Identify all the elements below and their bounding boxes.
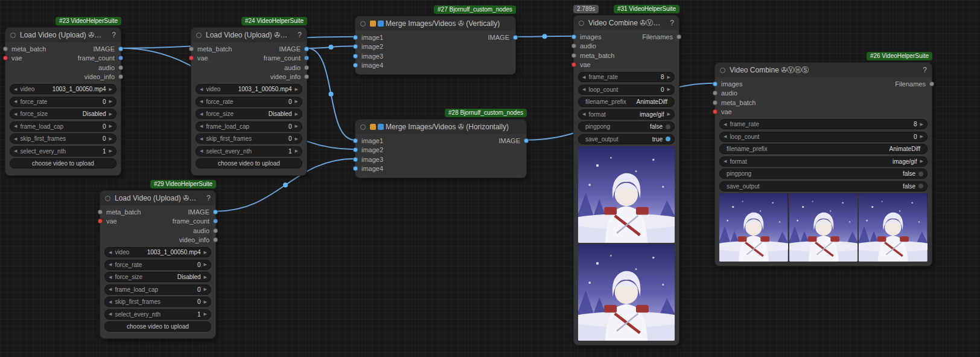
input-slot-dot[interactable] [713,100,718,105]
decrement-arrow[interactable]: ◀ [14,137,17,141]
input-slot-dot[interactable] [353,157,358,162]
increment-arrow[interactable]: ▶ [204,300,207,304]
widget-save_output[interactable]: save_outputtrue [578,134,675,144]
increment-arrow[interactable]: ▶ [295,99,298,104]
toggle-indicator[interactable] [918,172,923,176]
decrement-arrow[interactable]: ◀ [200,87,203,92]
output-slot-dot[interactable] [304,65,309,70]
widget-frame_rate[interactable]: ◀frame_rate8▶ [578,72,675,82]
output-slot-dot[interactable] [513,35,518,40]
increment-arrow[interactable]: ▶ [295,137,298,141]
decrement-arrow[interactable]: ◀ [109,275,112,280]
decrement-arrow[interactable]: ◀ [200,149,203,153]
node-graph-canvas[interactable]: #23 VideoHelperSuiteLoad Video (Upload) … [0,0,980,357]
node-title-bar[interactable]: Load Video (Upload) ✇ⓋⒽⓈ? [100,191,215,205]
decrement-arrow[interactable]: ◀ [109,300,112,304]
output-slot-dot[interactable] [524,138,529,143]
increment-arrow[interactable]: ▶ [204,275,207,280]
widget-format[interactable]: ◀formatimage/gif▶ [719,156,928,167]
widget-pingpong[interactable]: pingpongfalse [578,121,675,132]
input-slot-dot[interactable] [98,219,103,224]
increment-arrow[interactable]: ▶ [920,122,923,127]
input-slot-dot[interactable] [98,210,103,214]
node-title-bar[interactable]: Merge Images/Videos ✇ (Horizontally) [355,120,526,134]
widget-force_size[interactable]: ◀force_sizeDisabled▶ [104,272,211,282]
node-load-video-24[interactable]: #24 VideoHelperSuiteLoad Video (Upload) … [191,27,307,176]
widget-frame_load_cap[interactable]: ◀frame_load_cap0▶ [196,121,302,132]
increment-arrow[interactable]: ▶ [109,87,112,92]
widget-filename_prefix[interactable]: filename_prefixAnimateDiff [719,144,928,154]
collapse-icon[interactable] [579,21,584,26]
increment-arrow[interactable]: ▶ [109,149,112,153]
decrement-arrow[interactable]: ◀ [109,262,112,267]
increment-arrow[interactable]: ▶ [667,112,670,117]
widget-select_every_nth[interactable]: ◀select_every_nth1▶ [196,146,302,156]
input-slot-dot[interactable] [353,147,358,152]
output-slot-dot[interactable] [213,228,218,233]
input-slot-dot[interactable] [713,91,718,95]
decrement-arrow[interactable]: ◀ [14,149,17,153]
output-slot-dot[interactable] [304,74,309,79]
increment-arrow[interactable]: ▶ [667,87,670,92]
widget-skip_first_frames[interactable]: ◀skip_first_frames0▶ [104,297,211,307]
widget-skip_first_frames[interactable]: ◀skip_first_frames0▶ [10,133,116,144]
input-slot-dot[interactable] [353,35,358,40]
input-slot-dot[interactable] [571,43,576,48]
help-icon[interactable]: ? [666,19,674,27]
node-load-video-23[interactable]: #23 VideoHelperSuiteLoad Video (Upload) … [5,27,121,176]
increment-arrow[interactable]: ▶ [295,124,298,129]
node-title-bar[interactable]: Merge Images/Videos ✇ (Vertically) [355,16,515,31]
input-slot-dot[interactable] [353,54,358,59]
node-merge-vertical-27[interactable]: #27 Bjornulf_custom_nodesMerge Images/Vi… [355,16,516,75]
output-slot-dot[interactable] [118,47,123,51]
widget-loop_count[interactable]: ◀loop_count0▶ [719,132,928,142]
input-slot-dot[interactable] [571,34,576,39]
node-merge-horizontal-28[interactable]: #28 Bjornulf_custom_nodesMerge Images/Vi… [355,119,527,178]
increment-arrow[interactable]: ▶ [204,250,207,255]
widget-loop_count[interactable]: ◀loop_count0▶ [578,85,675,95]
decrement-arrow[interactable]: ◀ [724,122,727,127]
increment-arrow[interactable]: ▶ [920,134,923,139]
node-title-bar[interactable]: Video Combine ✇ⓋⒽⓈ? [715,63,932,77]
decrement-arrow[interactable]: ◀ [582,87,585,92]
decrement-arrow[interactable]: ◀ [14,99,17,104]
widget-save_output[interactable]: save_outputfalse [719,181,928,191]
output-slot-dot[interactable] [676,34,681,39]
input-slot-dot[interactable] [713,82,718,86]
increment-arrow[interactable]: ▶ [920,159,923,164]
widget-video[interactable]: ◀video1003_1_00050.mp4▶ [104,247,211,257]
node-video-combine-26[interactable]: #26 VideoHelperSuiteVideo Combine ✇ⓋⒽⓈ?i… [714,62,932,266]
help-icon[interactable]: ? [919,66,927,74]
collapse-icon[interactable] [196,33,202,38]
input-slot-dot[interactable] [353,166,358,171]
input-slot-dot[interactable] [353,138,358,143]
input-slot-dot[interactable] [353,44,358,49]
collapse-icon[interactable] [720,68,725,73]
widget-frame_load_cap[interactable]: ◀frame_load_cap0▶ [104,285,211,295]
widget-frame_rate[interactable]: ◀frame_rate8▶ [719,119,928,129]
decrement-arrow[interactable]: ◀ [200,124,203,129]
input-slot-dot[interactable] [353,63,358,68]
help-icon[interactable]: ? [203,194,211,202]
output-slot-dot[interactable] [213,237,218,242]
increment-arrow[interactable]: ▶ [204,312,207,317]
collapse-icon[interactable] [10,33,16,38]
output-slot-dot[interactable] [304,47,309,51]
decrement-arrow[interactable]: ◀ [200,137,203,141]
input-slot-dot[interactable] [189,56,194,60]
node-title-bar[interactable]: Video Combine ✇ⓋⒽⓈ? [574,16,679,30]
help-icon[interactable]: ? [108,31,116,39]
decrement-arrow[interactable]: ◀ [109,250,112,255]
output-slot-dot[interactable] [304,56,309,60]
input-slot-dot[interactable] [3,56,8,60]
collapse-icon[interactable] [360,124,366,130]
widget-force_rate[interactable]: ◀force_rate0▶ [10,97,116,107]
upload-button[interactable]: choose video to upload [196,158,302,169]
increment-arrow[interactable]: ▶ [109,112,112,117]
input-slot-dot[interactable] [571,62,576,67]
upload-button[interactable]: choose video to upload [10,158,116,169]
node-title-bar[interactable]: Load Video (Upload) ✇ⓋⒽⓈ? [5,28,121,42]
widget-select_every_nth[interactable]: ◀select_every_nth1▶ [10,146,116,156]
decrement-arrow[interactable]: ◀ [200,112,203,117]
decrement-arrow[interactable]: ◀ [582,112,585,117]
